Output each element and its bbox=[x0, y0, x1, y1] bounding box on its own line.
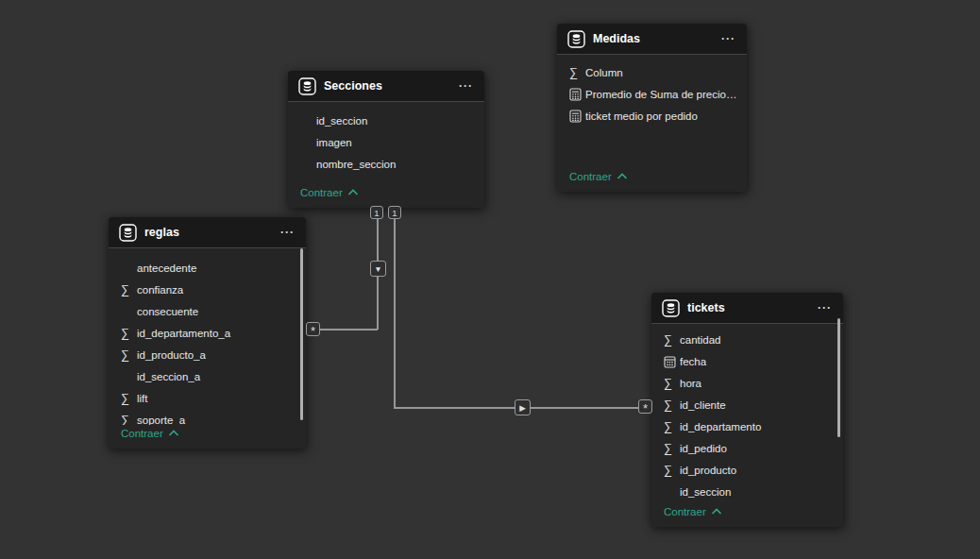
calendar-icon bbox=[664, 355, 680, 368]
field-row-lift[interactable]: ∑lift bbox=[109, 387, 306, 409]
field-label: lift bbox=[137, 393, 158, 404]
more-options-icon[interactable]: ··· bbox=[457, 79, 475, 93]
field-row-ticket medio por pedido[interactable]: ticket medio por pedido bbox=[557, 105, 747, 127]
field-label: id_producto_a bbox=[137, 349, 215, 361]
field-row-id_pedido[interactable]: ∑id_pedido bbox=[651, 437, 843, 459]
collapse-link[interactable]: Contraer bbox=[121, 425, 179, 442]
field-label: hora bbox=[680, 378, 711, 389]
field-list: ∑cantidadfecha∑hora∑id_cliente∑id_depart… bbox=[651, 329, 843, 502]
field-row-consecuente[interactable]: consecuente bbox=[109, 300, 306, 322]
field-row-id_departamento_a[interactable]: ∑id_departamento_a bbox=[109, 322, 306, 344]
table-card-secciones[interactable]: Secciones ··· id_seccionimagennombre_sec… bbox=[288, 71, 484, 208]
table-header-tickets[interactable]: tickets ··· bbox=[651, 293, 843, 324]
table-title: Medidas bbox=[593, 32, 719, 45]
field-row-id_producto[interactable]: ∑id_producto bbox=[651, 459, 843, 481]
sigma-icon: ∑ bbox=[664, 398, 680, 412]
table-icon bbox=[119, 224, 137, 242]
relationship-line-secciones-reglas[interactable] bbox=[319, 329, 378, 330]
table-header-reglas[interactable]: reglas ··· bbox=[109, 217, 306, 248]
cardinality-many-marker[interactable]: * bbox=[638, 399, 652, 414]
sigma-icon: ∑ bbox=[664, 442, 680, 455]
field-label: antecedente bbox=[137, 263, 206, 274]
field-label: confianza bbox=[137, 284, 193, 296]
field-label: imagen bbox=[316, 137, 362, 148]
field-row-hora[interactable]: ∑hora bbox=[651, 372, 843, 394]
field-row-antecedente[interactable]: antecedente bbox=[109, 257, 306, 279]
field-list: antecedente∑confianzaconsecuente∑id_depa… bbox=[109, 257, 306, 431]
field-label: fecha bbox=[680, 356, 716, 367]
field-row-id_seccion_a[interactable]: id_seccion_a bbox=[109, 365, 306, 387]
sigma-icon: ∑ bbox=[664, 377, 680, 390]
field-row-fecha[interactable]: fecha bbox=[651, 350, 843, 372]
relationship-line-secciones-tickets[interactable] bbox=[394, 208, 396, 408]
table-title: tickets bbox=[687, 301, 816, 314]
table-icon bbox=[298, 77, 316, 95]
field-row-confianza[interactable]: ∑confianza bbox=[109, 279, 306, 300]
table-card-tickets[interactable]: tickets ··· ∑cantidadfecha∑hora∑id_clien… bbox=[651, 293, 843, 527]
more-options-icon[interactable]: ··· bbox=[719, 32, 737, 45]
table-header-secciones[interactable]: Secciones ··· bbox=[288, 71, 484, 102]
collapse-link[interactable]: Contraer bbox=[300, 184, 359, 201]
field-row-cantidad[interactable]: ∑cantidad bbox=[651, 329, 843, 350]
cardinality-one-marker[interactable]: 1 bbox=[388, 206, 401, 219]
scrollbar-thumb[interactable] bbox=[837, 318, 841, 437]
table-icon bbox=[567, 30, 585, 48]
field-label: id_seccion bbox=[680, 486, 740, 498]
field-label: id_cliente bbox=[680, 399, 735, 411]
more-options-icon[interactable]: ··· bbox=[816, 301, 834, 314]
field-list: ∑ColumnPromedio de Suma de precio_total.… bbox=[557, 61, 747, 127]
model-view-canvas: { "colors": { "background": "#333333", "… bbox=[0, 0, 980, 559]
filter-direction-down-icon[interactable]: ▼ bbox=[370, 261, 386, 277]
table-title: reglas bbox=[144, 226, 279, 239]
calculator-icon bbox=[569, 110, 585, 123]
table-card-reglas[interactable]: reglas ··· antecedente∑confianzaconsecue… bbox=[109, 217, 306, 449]
field-label: id_producto bbox=[680, 465, 746, 476]
table-header-medidas[interactable]: Medidas ··· bbox=[557, 24, 747, 55]
collapse-link[interactable]: Contraer bbox=[664, 503, 722, 520]
calculator-icon bbox=[569, 88, 585, 101]
field-label: id_seccion_a bbox=[137, 371, 210, 382]
chevron-up-icon bbox=[617, 168, 628, 185]
sigma-icon: ∑ bbox=[664, 333, 680, 347]
field-label: id_seccion bbox=[316, 115, 377, 127]
field-label: nombre_seccion bbox=[316, 159, 405, 170]
sigma-icon: ∑ bbox=[664, 420, 680, 433]
field-row-id_producto_a[interactable]: ∑id_producto_a bbox=[109, 344, 306, 365]
field-row-id_seccion[interactable]: id_seccion bbox=[651, 481, 843, 502]
table-card-medidas[interactable]: Medidas ··· ∑ColumnPromedio de Suma de p… bbox=[557, 24, 747, 192]
filter-direction-right-icon[interactable]: ▶ bbox=[515, 399, 531, 415]
scrollbar-thumb[interactable] bbox=[300, 248, 304, 420]
chevron-up-icon bbox=[168, 425, 179, 442]
table-title: Secciones bbox=[324, 79, 457, 93]
chevron-up-icon bbox=[347, 184, 359, 201]
field-list: id_seccionimagennombre_seccion bbox=[288, 110, 484, 175]
field-row-Promedio de Suma de precio_total...[interactable]: Promedio de Suma de precio_total... bbox=[557, 83, 747, 105]
field-label: Column bbox=[585, 67, 633, 78]
field-row-id_seccion[interactable]: id_seccion bbox=[288, 110, 484, 131]
field-label: soporte_a bbox=[137, 415, 194, 426]
field-label: cantidad bbox=[680, 334, 730, 346]
field-row-imagen[interactable]: imagen bbox=[288, 131, 484, 153]
sigma-icon: ∑ bbox=[569, 66, 585, 79]
field-row-nombre_seccion[interactable]: nombre_seccion bbox=[288, 153, 484, 175]
field-row-id_departamento[interactable]: ∑id_departamento bbox=[651, 415, 843, 437]
sigma-icon: ∑ bbox=[121, 283, 137, 296]
collapse-link[interactable]: Contraer bbox=[569, 168, 628, 185]
field-label: ticket medio por pedido bbox=[585, 110, 707, 122]
table-icon bbox=[662, 299, 680, 317]
chevron-up-icon bbox=[711, 503, 722, 520]
field-label: consecuente bbox=[137, 306, 208, 317]
field-label: id_pedido bbox=[680, 443, 736, 454]
sigma-icon: ∑ bbox=[121, 327, 137, 340]
field-row-id_cliente[interactable]: ∑id_cliente bbox=[651, 394, 843, 415]
field-label: id_departamento bbox=[680, 421, 770, 432]
cardinality-one-marker[interactable]: 1 bbox=[370, 206, 383, 219]
field-label: id_departamento_a bbox=[137, 328, 240, 339]
field-row-Column[interactable]: ∑Column bbox=[557, 61, 747, 83]
sigma-icon: ∑ bbox=[121, 348, 137, 362]
field-label: Promedio de Suma de precio_total... bbox=[585, 89, 747, 100]
sigma-icon: ∑ bbox=[664, 464, 680, 477]
cardinality-many-marker[interactable]: * bbox=[306, 322, 320, 336]
sigma-icon: ∑ bbox=[121, 392, 137, 405]
more-options-icon[interactable]: ··· bbox=[279, 226, 296, 239]
